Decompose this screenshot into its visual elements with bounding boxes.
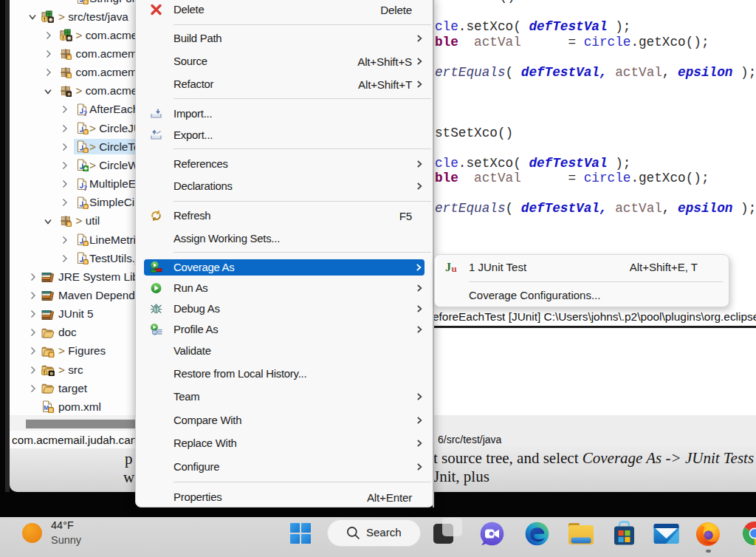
svg-text:0: 0 [154,329,157,335]
svg-text:J: J [445,261,451,273]
svg-text:u: u [452,263,457,274]
svg-text:?: ? [83,184,87,191]
svg-text:?: ? [83,109,87,116]
